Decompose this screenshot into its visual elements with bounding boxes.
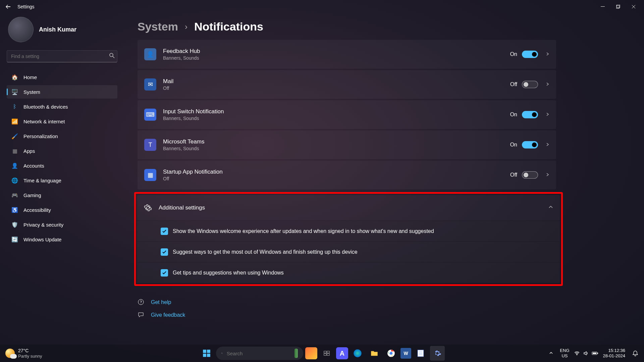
taskbar-explorer[interactable]: [367, 346, 382, 361]
nav-item-apps[interactable]: ▦Apps: [7, 144, 117, 158]
app-name: Input Switch Notification: [163, 108, 510, 115]
taskbar-search[interactable]: [216, 347, 303, 360]
give-feedback-link[interactable]: Give feedback: [138, 309, 631, 321]
taskbar-app-1[interactable]: [305, 347, 317, 359]
toggle-switch[interactable]: [522, 141, 538, 148]
get-help-label: Get help: [151, 299, 171, 305]
tray-overflow[interactable]: [547, 350, 555, 357]
nav-item-system[interactable]: 🖥️System: [7, 85, 117, 99]
window-controls: [595, 1, 641, 12]
window-title: Settings: [17, 4, 35, 9]
nav-item-privacy-security[interactable]: 🛡️Privacy & security: [7, 218, 117, 231]
taskbar-task-view[interactable]: [319, 346, 334, 361]
arrow-left-icon: [5, 4, 11, 9]
app-subtitle: Off: [163, 85, 510, 91]
tray-status-icons[interactable]: [574, 351, 598, 356]
nav-item-personalization[interactable]: 🖌️Personalization: [7, 129, 117, 143]
feedback-icon: [138, 311, 145, 319]
nav-icon: 🌐: [11, 177, 18, 184]
battery-icon: [592, 351, 598, 356]
nav-item-network-internet[interactable]: 📶Network & internet: [7, 115, 117, 128]
app-row[interactable]: ⌨ Input Switch Notification Banners, Sou…: [138, 100, 556, 129]
toggle-switch[interactable]: [522, 171, 538, 179]
nav-item-time-language[interactable]: 🌐Time & language: [7, 174, 117, 187]
give-feedback-label: Give feedback: [151, 312, 185, 318]
search-icon[interactable]: [109, 53, 115, 60]
checkbox[interactable]: [161, 269, 168, 277]
search-icon: [221, 350, 223, 356]
taskbar-notepad[interactable]: [413, 346, 428, 361]
main-content[interactable]: System › Notifications 👤 Feedback Hub Ba…: [124, 13, 644, 345]
nav-item-home[interactable]: 🏠Home: [7, 70, 117, 84]
user-profile[interactable]: Anish Kumar: [7, 17, 117, 42]
notification-center-button[interactable]: [630, 348, 641, 359]
checkbox[interactable]: [161, 228, 168, 235]
chevron-right-icon: ›: [185, 22, 187, 32]
weather-temp: 27°C: [18, 348, 42, 354]
app-icon: ▦: [144, 169, 156, 181]
app-subtitle: Banners, Sounds: [163, 116, 510, 121]
back-button[interactable]: [3, 1, 13, 12]
app-subtitle: Off: [163, 176, 510, 181]
nav-label: Privacy & security: [23, 222, 63, 228]
chevron-right-icon: [545, 81, 549, 87]
search-wrapper: [7, 50, 117, 62]
toggle-state-label: Off: [510, 81, 517, 87]
tray-language[interactable]: ENG US: [558, 347, 571, 360]
help-icon: ?: [138, 299, 145, 306]
tray-clock[interactable]: 15:12:36 28-01-2024: [601, 347, 628, 360]
nav-icon: 📶: [11, 118, 18, 125]
nav-item-gaming[interactable]: 🎮Gaming: [7, 188, 117, 202]
weather-widget[interactable]: 27°C Partly sunny: [0, 348, 48, 359]
app-name: Microsoft Teams: [163, 138, 510, 145]
checkbox-row[interactable]: Suggest ways to get the most out of Wind…: [137, 241, 560, 262]
app-row[interactable]: 👤 Feedback Hub Banners, Sounds On: [138, 40, 556, 69]
taskbar-chrome[interactable]: [384, 346, 398, 361]
toggle-switch[interactable]: [522, 111, 538, 118]
app-icon: 👤: [144, 48, 156, 60]
svg-rect-14: [327, 354, 329, 356]
taskbar-app-2[interactable]: A: [336, 347, 348, 359]
chevron-right-icon: [545, 172, 549, 178]
nav-icon: 🎮: [11, 192, 18, 198]
checkbox-row[interactable]: Get tips and suggestions when using Wind…: [137, 262, 560, 283]
footer-links: ? Get help Give feedback: [138, 296, 631, 321]
toggle-switch[interactable]: [522, 81, 538, 88]
app-row[interactable]: ▦ Startup App Notification Off Off: [138, 161, 556, 189]
svg-rect-6: [203, 350, 206, 353]
nav-label: Gaming: [23, 192, 41, 198]
search-decoration: [294, 349, 298, 358]
app-icon: ⌨: [144, 109, 156, 121]
checkbox-label: Suggest ways to get the most out of Wind…: [173, 249, 358, 255]
nav-icon: ᛒ: [11, 103, 18, 110]
taskbar-word[interactable]: W: [400, 348, 411, 359]
search-input[interactable]: [7, 50, 117, 62]
svg-point-17: [390, 352, 393, 355]
nav-item-accessibility[interactable]: ♿Accessibility: [7, 203, 117, 217]
checkbox-row[interactable]: Show the Windows welcome experience afte…: [137, 221, 560, 241]
nav-item-accounts[interactable]: 👤Accounts: [7, 159, 117, 172]
toggle-state-label: Off: [510, 172, 517, 178]
chevron-right-icon: [545, 51, 549, 57]
maximize-button[interactable]: [610, 1, 626, 12]
start-button[interactable]: [199, 346, 214, 361]
toggle-state-label: On: [510, 142, 517, 148]
nav-item-bluetooth-devices[interactable]: ᛒBluetooth & devices: [7, 100, 117, 113]
toggle-switch[interactable]: [522, 51, 538, 58]
app-row[interactable]: T Microsoft Teams Banners, Sounds On: [138, 130, 556, 159]
close-button[interactable]: [626, 1, 641, 12]
taskbar-settings[interactable]: [430, 346, 445, 361]
svg-rect-8: [203, 354, 206, 357]
nav-label: Windows Update: [23, 237, 61, 242]
taskbar-search-input[interactable]: [227, 351, 290, 356]
additional-settings-header[interactable]: Additional settings: [137, 195, 560, 221]
nav-item-windows-update[interactable]: 🔄Windows Update: [7, 233, 117, 246]
minimize-button[interactable]: [595, 1, 610, 12]
nav-label: Accounts: [23, 163, 44, 169]
get-help-link[interactable]: ? Get help: [138, 296, 631, 309]
taskbar-edge[interactable]: [350, 346, 365, 361]
breadcrumb-parent[interactable]: System: [138, 20, 178, 33]
app-row[interactable]: ✉ Mail Off Off: [138, 70, 556, 99]
nav-label: Home: [23, 74, 37, 80]
checkbox[interactable]: [161, 248, 168, 256]
